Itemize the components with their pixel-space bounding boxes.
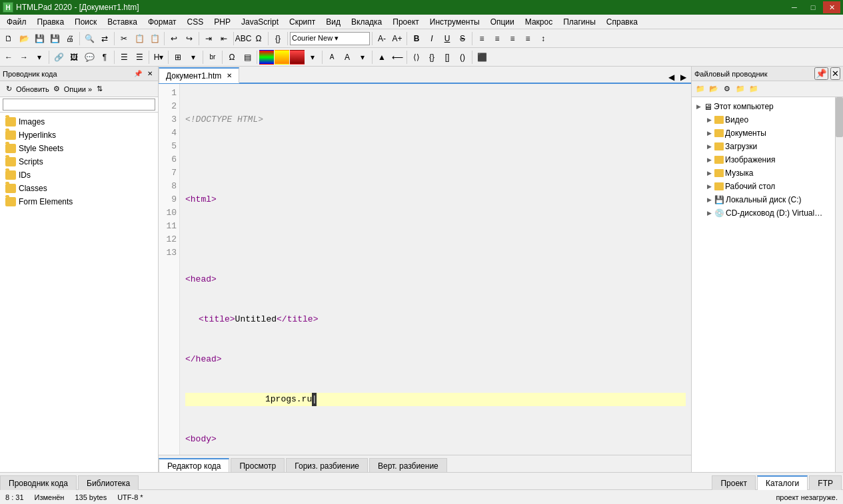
menu-macros[interactable]: Макрос bbox=[520, 15, 558, 29]
tb-indent-btn[interactable]: ⇥ bbox=[201, 31, 216, 46]
bottom-tab-catalogs[interactable]: Каталоги bbox=[757, 475, 808, 490]
tb-nav-dropdown-btn[interactable]: ▾ bbox=[32, 50, 47, 65]
code-content[interactable]: <!DOCTYPE HTML> <html> <head> <title>Unt… bbox=[180, 84, 691, 455]
menu-script[interactable]: Скрипт bbox=[284, 15, 321, 29]
tb-strikethrough-btn[interactable]: S bbox=[455, 31, 470, 46]
tb-misc4-btn[interactable]: () bbox=[455, 50, 470, 65]
tb-para-btn[interactable]: ¶ bbox=[97, 50, 112, 65]
right-panel-pin-btn[interactable]: 📌 bbox=[814, 67, 828, 80]
file-tree-music[interactable]: ▶ Музыка bbox=[692, 166, 834, 180]
tb-table-btn[interactable]: ⊞ bbox=[171, 50, 185, 65]
tb-ol-btn[interactable]: ☰ bbox=[132, 50, 147, 65]
tree-item-stylesheets[interactable]: Style Sheets bbox=[0, 142, 158, 155]
tb-more-btn[interactable]: ⬛ bbox=[474, 50, 489, 65]
menu-php[interactable]: PHP bbox=[209, 15, 236, 29]
file-tree-docs[interactable]: ▶ Документы bbox=[692, 126, 834, 140]
tb-color3-btn[interactable] bbox=[290, 50, 305, 65]
bottom-tab-ftp[interactable]: FTP bbox=[809, 475, 842, 490]
menu-view[interactable]: Вид bbox=[321, 15, 346, 29]
tb-search-btn[interactable]: 🔍 bbox=[82, 31, 97, 46]
tb-align-center-btn[interactable]: ≡ bbox=[490, 31, 504, 46]
menu-format[interactable]: Формат bbox=[143, 15, 182, 29]
rt-btn-3[interactable]: ⚙ bbox=[721, 83, 733, 95]
menu-tab[interactable]: Вкладка bbox=[346, 15, 387, 29]
tb-h-btn[interactable]: H▾ bbox=[151, 50, 166, 65]
menu-tools[interactable]: Инструменты bbox=[424, 15, 485, 29]
editor-tab-document1[interactable]: Документ1.htm ✕ bbox=[159, 67, 239, 83]
tb-back-btn[interactable]: ← bbox=[1, 50, 16, 65]
tb-color-btn[interactable] bbox=[259, 50, 274, 65]
file-tree-downloads[interactable]: ▶ Загрузки bbox=[692, 140, 834, 153]
sort-button[interactable]: ⇅ bbox=[93, 83, 105, 95]
bp-tab-code-editor[interactable]: Редактор кода bbox=[159, 458, 229, 472]
file-tree-localdisk[interactable]: ▶ 💾 Локальный диск (C:) bbox=[692, 193, 834, 206]
tree-item-formelements[interactable]: Form Elements bbox=[0, 195, 158, 208]
tb-char-btn[interactable]: Ω bbox=[251, 31, 266, 46]
tb-table-dropdown-btn[interactable]: ▾ bbox=[186, 50, 201, 65]
tb-list-btn[interactable]: ☰ bbox=[117, 50, 131, 65]
tb-cut-btn[interactable]: ✂ bbox=[117, 31, 131, 46]
rt-btn-1[interactable]: 📁 bbox=[694, 83, 706, 95]
rt-btn-2[interactable]: 📂 bbox=[708, 83, 720, 95]
tb-comment2-btn[interactable]: ⟵ bbox=[390, 50, 405, 65]
tb-misc2-btn[interactable]: {} bbox=[424, 50, 439, 65]
bp-tab-vert-split[interactable]: Верт. разбиение bbox=[369, 458, 447, 472]
tb-replace-btn[interactable]: ⇄ bbox=[97, 31, 112, 46]
tb-italic-btn[interactable]: I bbox=[424, 31, 439, 46]
file-tree-cd[interactable]: ▶ 💿 CD-дисковод (D:) VirtualBox Gue bbox=[692, 206, 825, 220]
tb-copy-btn[interactable]: 📋 bbox=[132, 31, 147, 46]
left-panel-close-btn[interactable]: ✕ bbox=[145, 69, 155, 79]
search-input[interactable] bbox=[3, 99, 155, 111]
tb-color2-btn[interactable] bbox=[275, 50, 289, 65]
tb-comment-btn[interactable]: 💬 bbox=[82, 50, 97, 65]
menu-project[interactable]: Проект bbox=[387, 15, 424, 29]
bp-tab-preview[interactable]: Просмотр bbox=[231, 458, 285, 472]
tb-font-size-minus[interactable]: A- bbox=[375, 31, 389, 46]
scrollbar-thumb[interactable] bbox=[836, 97, 843, 137]
refresh-button[interactable]: ↻ bbox=[3, 83, 15, 95]
bottom-tab-project[interactable]: Проект bbox=[712, 475, 756, 490]
menu-plugins[interactable]: Плагины bbox=[558, 15, 601, 29]
tb-image-btn[interactable]: 🖼 bbox=[67, 50, 81, 65]
menu-javascript[interactable]: JavaScript bbox=[236, 15, 284, 29]
tb-bold-btn[interactable]: B bbox=[409, 31, 424, 46]
right-scrollbar[interactable] bbox=[835, 97, 843, 472]
tb-font-size-a-btn[interactable]: A bbox=[325, 50, 339, 65]
tb-undo-btn[interactable]: ↩ bbox=[167, 31, 181, 46]
tb-align-justify-btn[interactable]: ≡ bbox=[520, 31, 535, 46]
menu-options[interactable]: Опции bbox=[485, 15, 520, 29]
rt-btn-4[interactable]: 📁 bbox=[734, 83, 746, 95]
tb-save-all-button[interactable]: 💾 bbox=[47, 31, 62, 46]
tb-align-right-btn[interactable]: ≡ bbox=[505, 31, 520, 46]
tb-font-dropdown[interactable]: Courier New ▾ bbox=[290, 32, 370, 45]
minimize-button[interactable]: ─ bbox=[786, 1, 803, 13]
code-editor[interactable]: 1 2 3 4 5 6 7 8 9 10 11 12 13 <!DOCTYPE … bbox=[159, 84, 691, 455]
tb-redo-btn[interactable]: ↪ bbox=[182, 31, 197, 46]
right-panel-close-btn[interactable]: ✕ bbox=[830, 67, 840, 80]
tree-item-classes[interactable]: Classes bbox=[0, 182, 158, 195]
tb-divider-btn[interactable]: ▲ bbox=[375, 50, 389, 65]
new-button[interactable]: 🗋 bbox=[1, 31, 16, 46]
editor-tab-close[interactable]: ✕ bbox=[227, 72, 232, 79]
tb-line-height-btn[interactable]: ↕ bbox=[536, 31, 550, 46]
tree-item-ids[interactable]: IDs bbox=[0, 168, 158, 182]
menu-edit[interactable]: Правка bbox=[32, 15, 70, 29]
menu-insert[interactable]: Вставка bbox=[102, 15, 143, 29]
file-tree-images[interactable]: ▶ Изображения bbox=[692, 153, 834, 166]
tree-item-hyperlinks[interactable]: Hyperlinks bbox=[0, 128, 158, 142]
menu-file[interactable]: Файл bbox=[1, 15, 32, 29]
tb-font-size-a3-btn[interactable]: ▾ bbox=[355, 50, 370, 65]
file-tree-computer[interactable]: ▶ 🖥 Этот компьютер bbox=[692, 100, 834, 113]
tb-link-btn[interactable]: 🔗 bbox=[51, 50, 66, 65]
tb-misc1-btn[interactable]: ⟨⟩ bbox=[409, 50, 424, 65]
tb-validate-btn[interactable]: {} bbox=[271, 31, 285, 46]
menu-search[interactable]: Поиск bbox=[69, 15, 102, 29]
tb-print-button[interactable]: 🖨 bbox=[63, 31, 77, 46]
tb-font-size-plus[interactable]: A+ bbox=[390, 31, 405, 46]
menu-help[interactable]: Справка bbox=[601, 15, 643, 29]
editor-nav-next[interactable]: ▶ bbox=[678, 72, 688, 83]
tb-underline-btn[interactable]: U bbox=[440, 31, 454, 46]
tb-misc3-btn[interactable]: [] bbox=[440, 50, 454, 65]
tb-color-dropdown-btn[interactable]: ▾ bbox=[305, 50, 320, 65]
tb-align-left-btn[interactable]: ≡ bbox=[474, 31, 489, 46]
